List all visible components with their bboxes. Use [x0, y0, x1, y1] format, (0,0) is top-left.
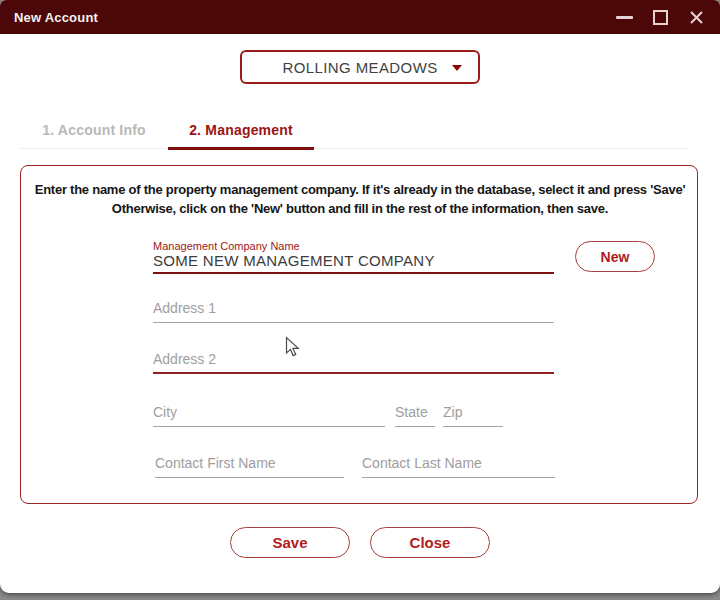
new-button-label: New — [601, 249, 630, 265]
tab-management-label: 2. Management — [189, 122, 293, 138]
title-bar[interactable]: New Account — [0, 0, 720, 34]
zip-input[interactable] — [443, 401, 503, 427]
account-dropdown[interactable]: ROLLING MEADOWS — [240, 50, 480, 84]
address2-input[interactable] — [153, 348, 554, 374]
close-button[interactable]: Close — [370, 527, 490, 558]
close-window-button[interactable] — [678, 0, 714, 34]
form-instructions-line2: Otherwise, click on the 'New' button and… — [30, 199, 690, 218]
save-button[interactable]: Save — [230, 527, 350, 558]
address1-input[interactable] — [153, 297, 554, 323]
minimize-icon — [616, 16, 633, 19]
maximize-button[interactable] — [642, 0, 678, 34]
maximize-icon — [653, 10, 668, 25]
contact-last-name-input[interactable] — [362, 452, 555, 478]
new-account-window: New Account ROLLING MEADOWS 1. Account I… — [0, 0, 720, 593]
tab-account-info[interactable]: 1. Account Info — [20, 112, 168, 148]
account-dropdown-value: ROLLING MEADOWS — [282, 59, 437, 76]
management-company-name-label: Management Company Name — [153, 240, 300, 252]
caret-down-icon — [452, 65, 462, 71]
new-button[interactable]: New — [575, 241, 655, 272]
minimize-button[interactable] — [606, 0, 642, 34]
tab-account-info-label: 1. Account Info — [42, 122, 146, 138]
active-tab-underline — [168, 147, 314, 150]
form-instructions: Enter the name of the property managemen… — [30, 180, 690, 218]
tab-management[interactable]: 2. Management — [168, 112, 314, 148]
contact-first-name-input[interactable] — [155, 452, 344, 478]
window-title: New Account — [0, 10, 98, 25]
close-icon — [689, 10, 704, 25]
form-instructions-line1: Enter the name of the property managemen… — [30, 180, 690, 199]
city-input[interactable] — [153, 401, 385, 427]
management-company-name-input[interactable] — [153, 252, 554, 274]
save-button-label: Save — [272, 534, 307, 551]
state-input[interactable] — [395, 401, 435, 427]
tabs-divider — [20, 148, 689, 149]
window-controls — [606, 0, 714, 34]
close-button-label: Close — [410, 534, 451, 551]
